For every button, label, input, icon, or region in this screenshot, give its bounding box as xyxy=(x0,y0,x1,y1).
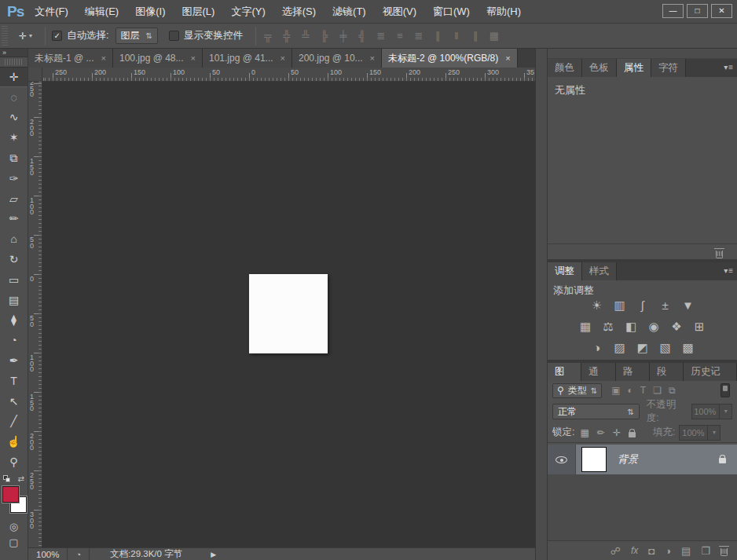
lock-position-icon[interactable]: ✛ xyxy=(613,427,621,438)
menu-item[interactable]: 编辑(E) xyxy=(85,5,119,19)
line-tool[interactable]: ╱ xyxy=(0,412,28,432)
close-tab-icon[interactable]: × xyxy=(280,53,285,63)
close-tab-icon[interactable]: × xyxy=(370,53,375,63)
collapse-panel-icon[interactable]: » xyxy=(0,49,28,57)
channel-mixer-icon[interactable]: ❖ xyxy=(669,320,684,334)
lock-pixels-icon[interactable]: ✏ xyxy=(597,427,605,438)
align-right-edges-icon[interactable]: ╣ xyxy=(357,30,368,42)
link-layers-icon[interactable]: ☍ xyxy=(610,545,621,557)
menu-item[interactable]: 文件(F) xyxy=(35,5,68,19)
move-tool[interactable]: ✛ xyxy=(0,67,28,87)
tab-color[interactable]: 颜色 xyxy=(548,59,582,77)
foreground-color-swatch[interactable] xyxy=(2,486,19,503)
color-balance-icon[interactable]: ⚖ xyxy=(601,320,615,334)
filter-type-dropdown[interactable]: ⚲ 类型 ⇅ xyxy=(552,383,602,398)
current-tool-preset[interactable]: ✛ ▾ xyxy=(13,31,38,42)
pen-tool[interactable]: ✒ xyxy=(0,350,28,371)
align-bottom-edges-icon[interactable]: ╩ xyxy=(300,30,311,42)
lock-all-icon[interactable] xyxy=(629,432,636,437)
tab-adjustments[interactable]: 调整 xyxy=(548,262,582,280)
menu-item[interactable]: 选择(S) xyxy=(282,5,316,19)
type-tool[interactable]: T xyxy=(0,371,28,391)
hand-tool[interactable]: ☝ xyxy=(0,431,28,452)
opacity-value[interactable]: 100% xyxy=(691,404,720,419)
tab-properties[interactable]: 属性 xyxy=(617,59,651,77)
distribute-horizontal-centers-icon[interactable]: ‖ xyxy=(451,30,462,42)
tab-layers[interactable]: 图层 xyxy=(548,363,581,381)
align-left-edges-icon[interactable]: ╠ xyxy=(319,30,330,42)
layer-list-empty-area[interactable] xyxy=(548,474,737,540)
brightness-contrast-icon[interactable]: ☀ xyxy=(590,298,604,313)
tab-paragraph[interactable]: 段落 xyxy=(650,363,684,381)
layer-row-background[interactable]: 背景 xyxy=(548,445,737,474)
eyedropper-tool[interactable]: ✑ xyxy=(0,168,28,188)
tab-styles[interactable]: 样式 xyxy=(582,262,617,280)
menu-item[interactable]: 文字(Y) xyxy=(231,5,265,19)
layer-thumbnail[interactable] xyxy=(581,447,607,472)
zoom-level-field[interactable]: 100% xyxy=(28,550,67,559)
show-transform-checkbox[interactable] xyxy=(169,31,179,41)
document-tab-1[interactable]: 未标题-1 @ ... × xyxy=(28,49,113,68)
vertical-ruler[interactable]: 2 5 02 0 01 5 01 0 05 005 01 0 01 5 02 0… xyxy=(28,82,42,547)
auto-align-layers-icon[interactable]: ▦ xyxy=(489,30,500,42)
menu-item[interactable]: 图像(I) xyxy=(135,5,165,19)
eraser-tool[interactable]: ▭ xyxy=(0,269,28,290)
hue-saturation-icon[interactable]: ▦ xyxy=(578,320,592,334)
document-canvas[interactable] xyxy=(249,274,328,353)
document-tab-2[interactable]: 100.jpg @ 48... × xyxy=(113,49,203,68)
tab-character[interactable]: 字符 xyxy=(651,59,686,77)
curves-icon[interactable]: ∫ xyxy=(636,298,650,313)
crop-tool[interactable]: ⧉ xyxy=(0,148,28,168)
adjustment-layer-icon[interactable]: ◑ xyxy=(665,545,671,557)
swap-colors-icon[interactable]: ⇄ xyxy=(18,474,24,483)
filter-shape-layers-icon[interactable]: ❏ xyxy=(653,385,662,396)
distribute-left-edges-icon[interactable]: ∥ xyxy=(432,30,443,42)
invert-icon[interactable]: ◑ xyxy=(590,341,604,355)
filter-smart-objects-icon[interactable]: ⧉ xyxy=(669,385,676,396)
filter-pixel-layers-icon[interactable]: ▣ xyxy=(611,385,620,396)
align-horizontal-centers-icon[interactable]: ╪ xyxy=(338,30,349,42)
auto-select-target-dropdown[interactable]: 图层 ⇅ xyxy=(116,27,158,44)
healing-brush-tool[interactable]: ▱ xyxy=(0,188,28,209)
delete-layer-icon[interactable] xyxy=(720,548,728,556)
filter-toggle-switch[interactable] xyxy=(720,383,730,397)
tab-paths[interactable]: 路径 xyxy=(616,363,650,381)
clone-stamp-tool[interactable]: ⌂ xyxy=(0,229,28,249)
history-brush-tool[interactable]: ↻ xyxy=(0,249,28,269)
quick-mask-button[interactable]: ◎ xyxy=(0,519,28,535)
dodge-tool[interactable]: ◔ xyxy=(0,330,28,350)
panel-menu-icon[interactable]: ▾≡ xyxy=(724,266,734,275)
menu-item[interactable]: 视图(V) xyxy=(383,5,416,19)
menu-item[interactable]: 窗口(W) xyxy=(433,5,470,19)
color-lookup-icon[interactable]: ⊞ xyxy=(692,320,706,334)
zoom-tool[interactable]: ⚲ xyxy=(0,452,28,472)
tab-channels[interactable]: 通道 xyxy=(581,363,615,381)
panel-grip[interactable] xyxy=(5,59,23,65)
magic-wand-tool[interactable]: ✶ xyxy=(0,127,28,148)
exposure-icon[interactable]: ± xyxy=(658,298,673,313)
blend-mode-dropdown[interactable]: 正常 ⇅ xyxy=(552,404,640,419)
lock-transparency-icon[interactable]: ▦ xyxy=(580,427,588,438)
dock-divider[interactable] xyxy=(535,49,548,560)
gradient-tool[interactable]: ▤ xyxy=(0,290,28,310)
path-selection-tool[interactable]: ↖ xyxy=(0,391,28,412)
menu-item[interactable]: 滤镜(T) xyxy=(332,5,366,19)
fill-value[interactable]: 100% xyxy=(679,425,708,441)
menu-item[interactable]: 帮助(H) xyxy=(486,5,521,19)
marquee-tool[interactable]: ◌ xyxy=(0,87,28,108)
delete-icon[interactable] xyxy=(716,251,723,258)
tab-history[interactable]: 历史记录 xyxy=(684,363,737,381)
menu-item[interactable]: 图层(L) xyxy=(182,5,214,19)
layer-style-icon[interactable]: fx xyxy=(631,545,638,556)
document-tab-5[interactable]: 未标题-2 @ 100%(RGB/8) × xyxy=(382,49,518,68)
screen-mode-button[interactable]: ▢ xyxy=(0,535,28,551)
new-group-icon[interactable]: ▤ xyxy=(681,545,691,557)
distribute-bottom-edges-icon[interactable]: ≣ xyxy=(413,30,424,42)
levels-icon[interactable]: ▥ xyxy=(613,298,627,313)
filter-adjustment-layers-icon[interactable]: ◐ xyxy=(628,385,633,396)
selective-color-icon[interactable]: ▩ xyxy=(681,341,695,355)
blur-tool[interactable]: ⧫ xyxy=(0,310,28,331)
brush-tool[interactable]: ✏ xyxy=(0,209,28,229)
close-tab-icon[interactable]: × xyxy=(101,53,106,63)
document-tab-3[interactable]: 101.jpg @ 41... × xyxy=(203,49,292,68)
